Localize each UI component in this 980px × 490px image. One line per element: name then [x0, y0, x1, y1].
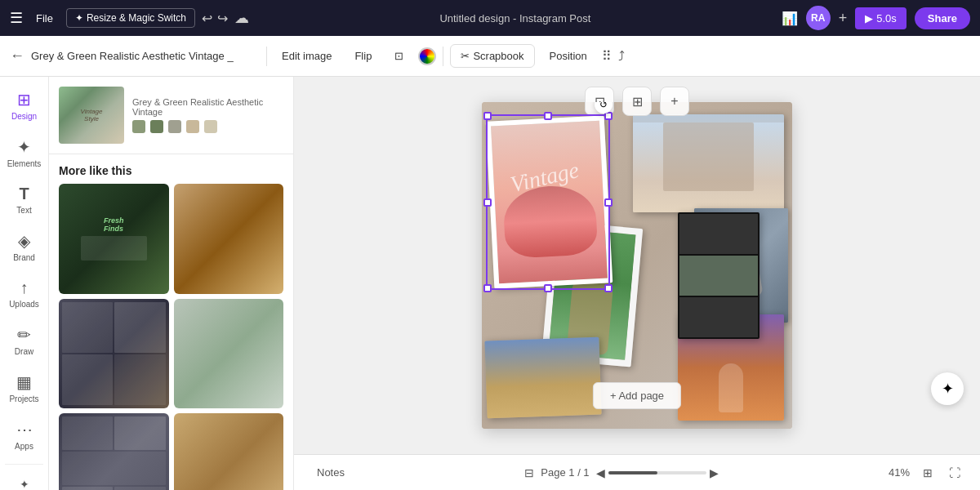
swatch-3[interactable]	[168, 120, 181, 133]
page-progress-fill	[608, 471, 657, 474]
scrapbook-button[interactable]: ✂ Scrapbook	[450, 44, 534, 68]
preview-thumbnail: VintageStyle	[59, 87, 124, 144]
film-strip[interactable]	[678, 212, 760, 339]
avatar[interactable]: RA	[806, 6, 831, 30]
template-thumbnail-5	[59, 413, 169, 490]
canvas-area: ⊡ ⊞ +	[294, 77, 980, 490]
sidebar-item-brand[interactable]: ◈ Brand	[2, 225, 47, 269]
swatch-5[interactable]	[204, 120, 217, 133]
prev-page-button[interactable]: ◀	[596, 466, 605, 479]
projects-icon: ▦	[16, 372, 32, 392]
sidebar-label-uploads: Uploads	[9, 300, 39, 309]
next-page-button[interactable]: ▶	[710, 466, 719, 479]
canvas-top-actions: ⊡ ⊞ +	[585, 87, 689, 116]
film-strip-inner	[678, 212, 760, 339]
template-name-label: Grey & Green Realistic Aesthetic Vintage…	[31, 50, 260, 62]
page-progress-bar	[608, 471, 706, 474]
copy-style-button[interactable]: ⊡	[585, 87, 614, 116]
present-timer-button[interactable]: ▶ 5.0s	[855, 7, 906, 29]
sidebar-label-projects: Projects	[9, 394, 38, 403]
more-like-this-title: More like this	[49, 154, 293, 184]
redo-icon[interactable]: ↪	[217, 11, 228, 26]
brand-icon: ◈	[18, 231, 30, 251]
building-image	[633, 122, 784, 212]
preview-thumbnail-inner: VintageStyle	[59, 87, 124, 144]
sidebar-label-elements: Elements	[7, 159, 42, 168]
ai-assistant-button[interactable]: ✦	[931, 372, 964, 405]
template-card[interactable]	[59, 299, 169, 409]
sidebar-label-brand: Brand	[13, 253, 35, 262]
bottom-left: Notes	[307, 461, 354, 483]
flip-button[interactable]: Flip	[346, 45, 380, 67]
swatch-2[interactable]	[150, 120, 163, 133]
template-card[interactable]	[174, 184, 284, 294]
template-card[interactable]	[174, 299, 284, 409]
template-card[interactable]	[174, 413, 284, 490]
template-card[interactable]: FreshFinds	[59, 184, 169, 294]
bottom-right: 41% ⊞ ⛶	[889, 463, 967, 483]
swatch-4[interactable]	[186, 120, 199, 133]
grid-view-toggle[interactable]: ⊞	[916, 463, 939, 483]
resize-magic-button[interactable]: ✦ Resize & Magic Switch	[66, 8, 195, 28]
top-bar-left: ☰ File ✦ Resize & Magic Switch ↩ ↪ ☁	[10, 8, 249, 28]
photo-building[interactable]	[633, 114, 784, 212]
add-collaborator-icon[interactable]: +	[839, 10, 848, 27]
undo-icon[interactable]: ↩	[202, 11, 212, 26]
cloud-save-icon[interactable]: ☁	[234, 9, 249, 27]
menu-icon[interactable]: ☰	[10, 9, 23, 27]
image-toolbar: ← Grey & Green Realistic Aesthetic Vinta…	[0, 36, 980, 77]
view-buttons: ⊞ ⛶	[916, 463, 967, 483]
apps-icon: ⋯	[16, 420, 33, 439]
sidebar-item-text[interactable]: T Text	[2, 178, 47, 221]
photo-desert[interactable]	[484, 337, 601, 419]
show-pages-button[interactable]: ⊟	[524, 466, 534, 479]
more-options-icon[interactable]: ⠿	[602, 48, 612, 64]
template-thumbnail-2	[174, 184, 284, 294]
add-element-button[interactable]: +	[660, 87, 689, 116]
color-picker-button[interactable]	[418, 47, 436, 65]
building-shape	[663, 122, 754, 191]
sidebar-item-elements[interactable]: ✦ Elements	[2, 131, 47, 175]
sidebar-item-magic-media[interactable]: ✦ Magic Media	[2, 471, 47, 490]
document-title: Untitled design - Instagram Post	[259, 12, 772, 24]
template-card[interactable]	[59, 413, 169, 490]
swatch-1[interactable]	[132, 120, 145, 133]
canvas-wrapper: Vintage	[294, 77, 980, 454]
sidebar-item-apps[interactable]: ⋯ Apps	[2, 413, 47, 457]
bottom-center: ⊟ Page 1 / 1 ◀ ▶	[524, 466, 718, 479]
back-button[interactable]: ←	[10, 47, 24, 65]
main-content: ⊞ Design ✦ Elements T Text ◈ Brand ↑ Upl…	[0, 77, 980, 490]
text-icon: T	[19, 185, 29, 203]
sidebar-item-draw[interactable]: ✏ Draw	[2, 318, 47, 363]
analytics-icon[interactable]: 📊	[782, 11, 798, 26]
template-thumbnail-6	[174, 413, 284, 490]
add-page-button[interactable]: + Add page	[593, 382, 681, 409]
panel-preview: VintageStyle Grey & Green Realistic Aest…	[49, 77, 293, 154]
divider-1	[266, 47, 267, 66]
sidebar-item-uploads[interactable]: ↑ Uploads	[2, 272, 47, 315]
sidebar-item-projects[interactable]: ▦ Projects	[2, 366, 47, 410]
magic-media-icon: ✦	[20, 478, 29, 490]
fullscreen-button[interactable]: ⛶	[942, 463, 967, 483]
draw-icon: ✏	[17, 325, 31, 345]
template-thumbnail-4	[174, 299, 284, 409]
template-thumbnail-3	[59, 299, 169, 409]
share-button[interactable]: Share	[915, 7, 970, 29]
template-thumbnail-1: FreshFinds	[59, 184, 169, 294]
position-button[interactable]: Position	[541, 45, 595, 67]
photo-lips-closeup[interactable]: Vintage	[486, 115, 613, 288]
sidebar-item-design[interactable]: ⊞ Design	[2, 83, 47, 127]
design-canvas[interactable]: Vintage	[482, 102, 792, 429]
sidebar-label-text: Text	[16, 206, 31, 215]
edit-image-button[interactable]: Edit image	[274, 45, 340, 67]
filter-icon-button[interactable]: ⊡	[386, 45, 412, 67]
sunset-figure	[686, 357, 776, 412]
templates-panel: VintageStyle Grey & Green Realistic Aest…	[49, 77, 294, 490]
page-indicator: Page 1 / 1	[541, 466, 589, 479]
file-menu[interactable]: File	[29, 9, 60, 28]
notes-button[interactable]: Notes	[307, 461, 354, 483]
bottom-bar: Notes ⊟ Page 1 / 1 ◀ ▶ 41% ⊞ ⛶	[294, 454, 980, 490]
share-icon[interactable]: ⤴	[618, 49, 625, 64]
play-icon: ▶	[865, 12, 873, 24]
grid-view-button[interactable]: ⊞	[622, 87, 652, 116]
